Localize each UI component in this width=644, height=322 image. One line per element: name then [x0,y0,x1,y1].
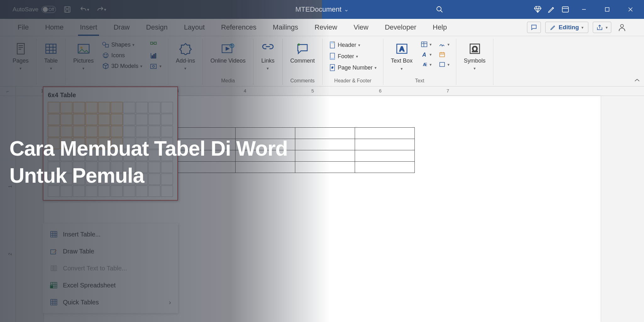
grid-cell[interactable] [48,114,60,125]
minimize-button[interactable] [574,0,594,19]
footer-button[interactable]: Footer▾ [327,51,379,61]
ribbon-tabs: File Home Insert Draw Design Layout Refe… [0,19,644,36]
addins-button[interactable]: Add-ins ▾ [173,40,198,73]
insert-table-icon [50,230,58,238]
datetime-button[interactable] [437,50,452,59]
symbols-button[interactable]: Ω Symbols ▾ [461,40,489,73]
3d-models-label: 3D Models [111,63,138,69]
table-cell[interactable] [355,128,415,139]
shapes-button[interactable]: Shapes▾ [100,40,144,49]
table-cell[interactable] [295,162,355,173]
tab-layout[interactable]: Layout [176,19,213,36]
links-button[interactable]: Links ▾ [258,40,278,73]
grid-cell[interactable] [48,102,60,113]
textbox-button[interactable]: A Text Box ▾ [388,40,416,73]
grid-cell[interactable] [161,102,173,113]
page-number-button[interactable]: # Page Number▾ [327,63,379,73]
grid-cell[interactable] [136,102,148,113]
tab-design[interactable]: Design [138,19,176,36]
grid-cell[interactable] [73,114,85,125]
table-cell[interactable] [295,128,355,139]
maximize-button[interactable] [597,0,618,19]
online-videos-label: Online Videos [210,58,246,64]
grid-cell[interactable] [148,114,160,125]
quick-parts-button[interactable]: ▾ [419,40,434,49]
addins-icon [179,42,192,56]
tab-insert[interactable]: Insert [72,19,105,36]
redo-icon[interactable]: ▾ [96,4,107,15]
search-icon[interactable] [434,4,445,15]
grid-cell[interactable] [148,102,160,113]
autosave-control[interactable]: AutoSave Off [13,6,56,13]
grid-cell[interactable] [111,102,123,113]
pen-icon[interactable] [546,4,557,15]
grid-cell[interactable] [123,114,135,125]
tab-file[interactable]: File [9,19,37,36]
table-cell[interactable] [355,139,415,150]
editing-mode-button[interactable]: Editing ▾ [545,22,588,33]
comment-button[interactable]: Comment [287,40,318,66]
grid-cell[interactable] [136,114,148,125]
grid-cell[interactable] [98,114,110,125]
tab-review[interactable]: Review [306,19,345,36]
grid-cell[interactable] [123,102,135,113]
convert-icon [50,264,58,272]
svg-rect-46 [51,299,57,305]
vertical-ruler[interactable]: 12 [0,96,16,322]
grid-cell[interactable] [60,114,72,125]
pages-button[interactable]: Pages ▾ [9,40,32,73]
share-button[interactable]: ▾ [593,22,611,33]
tab-mailings[interactable]: Mailings [265,19,307,36]
svg-rect-7 [46,44,56,53]
pictures-button[interactable]: Pictures ▾ [70,40,97,73]
table-cell[interactable] [295,139,355,150]
table-cell[interactable] [295,150,355,162]
chart-button[interactable] [147,51,164,60]
undo-icon[interactable]: ▾ [79,4,90,15]
tab-view[interactable]: View [345,19,376,36]
table-button[interactable]: Table ▾ [41,40,61,73]
grid-cell[interactable] [86,102,97,113]
grid-cell[interactable] [161,114,173,125]
grid-cell[interactable] [86,114,97,125]
window-layout-icon[interactable] [560,4,571,15]
tab-help[interactable]: Help [425,19,455,36]
tab-home[interactable]: Home [37,19,72,36]
table-cell[interactable] [355,162,415,173]
grid-cell[interactable] [73,102,85,113]
smartart-button[interactable] [147,40,164,49]
diamond-icon[interactable] [532,4,543,15]
collapse-ribbon-icon[interactable] [634,78,640,82]
screenshot-button[interactable]: ▾ [147,61,164,71]
grid-cell[interactable] [60,102,72,113]
online-videos-button[interactable]: Online Videos [207,40,249,66]
close-button[interactable] [620,0,641,19]
document-name-text: MTEDocument [295,5,341,14]
grid-cell[interactable] [111,114,123,125]
comments-button[interactable] [527,22,541,33]
signature-button[interactable]: ▾ [437,40,452,49]
draw-table-item[interactable]: Draw Table [43,243,178,260]
quick-tables-item[interactable]: Quick Tables › [43,294,178,311]
tab-draw[interactable]: Draw [105,19,138,36]
svg-point-13 [104,54,105,55]
wordart-button[interactable]: A▾ [419,50,434,59]
insert-table-item[interactable]: Insert Table... [43,226,178,243]
autosave-toggle[interactable]: Off [42,6,56,13]
tab-references[interactable]: References [213,19,265,36]
dropcap-button[interactable]: A▾ [419,60,434,69]
header-label: Header [338,42,356,48]
document-title[interactable]: MTEDocument ⌄ [295,5,349,14]
3d-models-button[interactable]: 3D Models▾ [100,61,144,71]
svg-text:A: A [422,52,426,58]
icons-button[interactable]: Icons [100,51,144,60]
tab-developer[interactable]: Developer [377,19,425,36]
group-text-label: Text [388,78,452,84]
header-button[interactable]: Header▾ [327,40,379,50]
excel-spreadsheet-item[interactable]: X Excel Spreadsheet [43,277,178,294]
save-icon[interactable] [62,4,73,15]
account-icon[interactable] [616,21,628,34]
table-cell[interactable] [355,150,415,162]
grid-cell[interactable] [98,102,110,113]
object-button[interactable]: ▾ [437,60,452,69]
